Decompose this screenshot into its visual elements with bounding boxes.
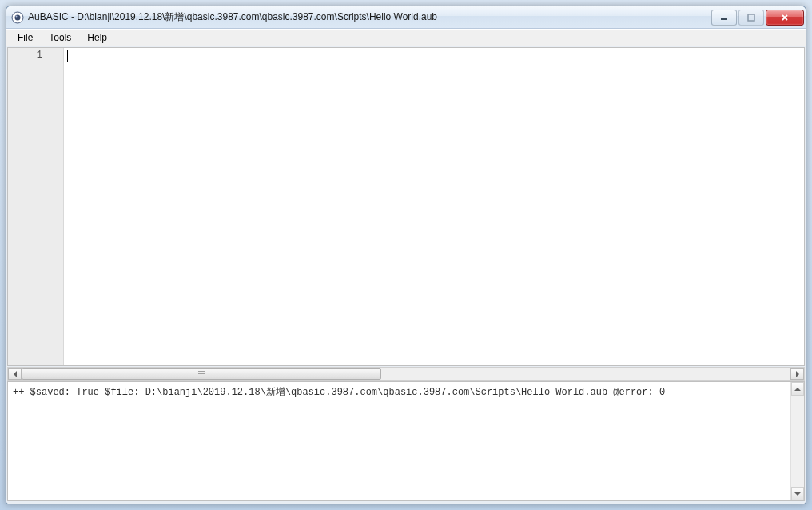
code-editor[interactable] bbox=[64, 48, 804, 365]
scroll-up-button[interactable] bbox=[791, 382, 804, 396]
svg-point-1 bbox=[15, 14, 21, 20]
console-output[interactable]: ++ $saved: True $file: D:\bianji\2019.12… bbox=[7, 381, 805, 501]
svg-rect-3 bbox=[721, 18, 727, 20]
window-title: AuBASIC - D:\bianji\2019.12.18\新增\qbasic… bbox=[28, 10, 710, 24]
close-button[interactable] bbox=[766, 10, 804, 26]
text-cursor bbox=[67, 50, 68, 62]
application-window: AuBASIC - D:\bianji\2019.12.18\新增\qbasic… bbox=[6, 6, 806, 504]
maximize-button[interactable] bbox=[738, 10, 764, 26]
editor-area: 1 bbox=[7, 47, 805, 366]
menu-file[interactable]: File bbox=[10, 30, 41, 45]
menubar: File Tools Help bbox=[6, 29, 806, 46]
scroll-down-button[interactable] bbox=[791, 487, 804, 500]
menu-tools[interactable]: Tools bbox=[41, 30, 79, 45]
console-vertical-scrollbar[interactable] bbox=[790, 382, 804, 500]
minimize-button[interactable] bbox=[711, 10, 737, 26]
app-icon bbox=[11, 11, 24, 24]
titlebar[interactable]: AuBASIC - D:\bianji\2019.12.18\新增\qbasic… bbox=[6, 6, 806, 29]
scroll-left-button[interactable] bbox=[8, 368, 22, 380]
line-number: 1 bbox=[8, 50, 42, 61]
menu-help[interactable]: Help bbox=[79, 30, 115, 45]
console-line: ++ $saved: True $file: D:\bianji\2019.12… bbox=[13, 385, 799, 399]
scroll-right-button[interactable] bbox=[790, 368, 804, 380]
window-controls bbox=[710, 10, 804, 26]
svg-point-2 bbox=[16, 15, 18, 17]
svg-rect-4 bbox=[748, 14, 754, 21]
scroll-track[interactable] bbox=[22, 368, 790, 380]
line-number-gutter: 1 bbox=[8, 48, 64, 365]
scroll-thumb[interactable] bbox=[22, 368, 381, 380]
horizontal-scrollbar[interactable] bbox=[7, 367, 805, 381]
console-scroll-track[interactable] bbox=[791, 396, 804, 487]
